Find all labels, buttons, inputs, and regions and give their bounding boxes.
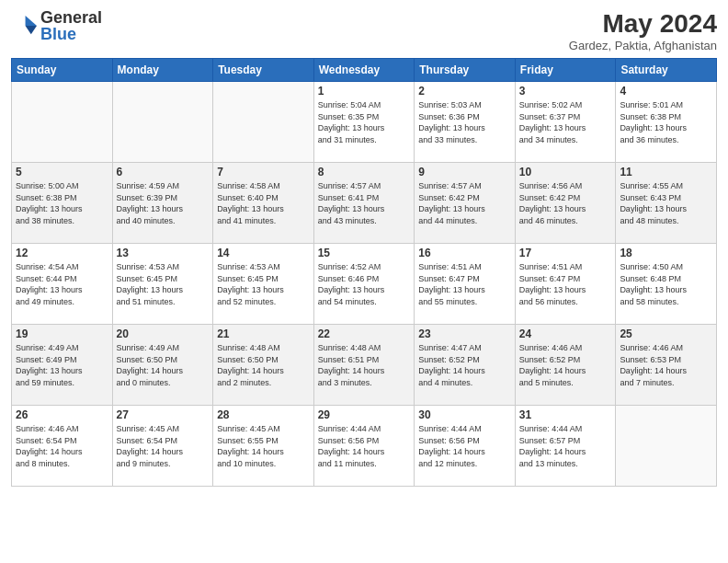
calendar-cell: 10Sunrise: 4:56 AM Sunset: 6:42 PM Dayli… <box>515 163 616 244</box>
day-number: 14 <box>217 247 310 259</box>
day-info: Sunrise: 4:51 AM Sunset: 6:47 PM Dayligh… <box>519 261 612 307</box>
day-number: 17 <box>519 247 612 259</box>
location: Gardez, Paktia, Afghanistan <box>569 39 717 52</box>
calendar-cell <box>112 82 213 163</box>
day-number: 24 <box>519 327 612 340</box>
day-number: 21 <box>217 327 310 340</box>
calendar-cell: 16Sunrise: 4:51 AM Sunset: 6:47 PM Dayli… <box>415 244 516 325</box>
logo-blue: Blue <box>40 26 102 42</box>
day-number: 11 <box>620 166 712 178</box>
day-info: Sunrise: 4:48 AM Sunset: 6:50 PM Dayligh… <box>217 342 310 388</box>
calendar-cell: 31Sunrise: 4:44 AM Sunset: 6:57 PM Dayli… <box>515 406 616 487</box>
weekday-header-thursday: Thursday <box>415 59 516 82</box>
calendar-cell: 18Sunrise: 4:50 AM Sunset: 6:48 PM Dayli… <box>616 244 717 325</box>
day-number: 8 <box>318 166 411 178</box>
month-year: May 2024 <box>569 9 717 39</box>
day-number: 26 <box>16 408 108 421</box>
day-info: Sunrise: 5:02 AM Sunset: 6:37 PM Dayligh… <box>519 99 612 145</box>
calendar-cell: 26Sunrise: 4:46 AM Sunset: 6:54 PM Dayli… <box>12 406 113 487</box>
title-block: May 2024 Gardez, Paktia, Afghanistan <box>569 9 717 52</box>
day-info: Sunrise: 5:03 AM Sunset: 6:36 PM Dayligh… <box>418 99 511 145</box>
calendar-cell: 29Sunrise: 4:44 AM Sunset: 6:56 PM Dayli… <box>313 406 415 487</box>
day-number: 7 <box>217 166 310 178</box>
day-info: Sunrise: 4:56 AM Sunset: 6:42 PM Dayligh… <box>519 180 612 226</box>
calendar-cell: 9Sunrise: 4:57 AM Sunset: 6:42 PM Daylig… <box>415 163 516 244</box>
day-info: Sunrise: 4:45 AM Sunset: 6:54 PM Dayligh… <box>117 423 210 469</box>
week-row-1: 1Sunrise: 5:04 AM Sunset: 6:35 PM Daylig… <box>12 82 717 163</box>
weekday-header-sunday: Sunday <box>12 59 113 82</box>
week-row-2: 5Sunrise: 5:00 AM Sunset: 6:38 PM Daylig… <box>12 163 717 244</box>
calendar-cell: 3Sunrise: 5:02 AM Sunset: 6:37 PM Daylig… <box>515 82 616 163</box>
day-info: Sunrise: 4:58 AM Sunset: 6:40 PM Dayligh… <box>217 180 310 226</box>
calendar-cell: 5Sunrise: 5:00 AM Sunset: 6:38 PM Daylig… <box>12 163 113 244</box>
svg-marker-0 <box>26 16 37 26</box>
calendar-cell: 11Sunrise: 4:55 AM Sunset: 6:43 PM Dayli… <box>616 163 717 244</box>
calendar-cell: 21Sunrise: 4:48 AM Sunset: 6:50 PM Dayli… <box>213 325 314 406</box>
calendar-cell: 23Sunrise: 4:47 AM Sunset: 6:52 PM Dayli… <box>415 325 516 406</box>
logo-general: General <box>40 9 102 26</box>
day-number: 13 <box>117 247 210 259</box>
day-number: 25 <box>620 327 712 340</box>
day-number: 1 <box>318 85 411 98</box>
calendar-cell <box>213 82 314 163</box>
calendar-cell: 15Sunrise: 4:52 AM Sunset: 6:46 PM Dayli… <box>313 244 415 325</box>
logo-text: General Blue <box>40 9 102 42</box>
day-number: 18 <box>620 247 712 259</box>
calendar-cell: 7Sunrise: 4:58 AM Sunset: 6:40 PM Daylig… <box>213 163 314 244</box>
calendar-cell: 8Sunrise: 4:57 AM Sunset: 6:41 PM Daylig… <box>313 163 415 244</box>
day-number: 19 <box>16 327 108 340</box>
day-info: Sunrise: 4:44 AM Sunset: 6:56 PM Dayligh… <box>318 423 411 469</box>
day-number: 5 <box>16 166 108 178</box>
day-number: 15 <box>318 247 411 259</box>
calendar-cell: 20Sunrise: 4:49 AM Sunset: 6:50 PM Dayli… <box>112 325 213 406</box>
calendar-cell: 12Sunrise: 4:54 AM Sunset: 6:44 PM Dayli… <box>12 244 113 325</box>
day-info: Sunrise: 4:51 AM Sunset: 6:47 PM Dayligh… <box>418 261 511 307</box>
week-row-5: 26Sunrise: 4:46 AM Sunset: 6:54 PM Dayli… <box>12 406 717 487</box>
day-info: Sunrise: 4:48 AM Sunset: 6:51 PM Dayligh… <box>318 342 411 388</box>
day-info: Sunrise: 5:04 AM Sunset: 6:35 PM Dayligh… <box>318 99 411 145</box>
calendar-cell: 6Sunrise: 4:59 AM Sunset: 6:39 PM Daylig… <box>112 163 213 244</box>
calendar-cell: 2Sunrise: 5:03 AM Sunset: 6:36 PM Daylig… <box>415 82 516 163</box>
day-info: Sunrise: 4:57 AM Sunset: 6:42 PM Dayligh… <box>418 180 511 226</box>
calendar-cell: 27Sunrise: 4:45 AM Sunset: 6:54 PM Dayli… <box>112 406 213 487</box>
svg-marker-1 <box>26 26 37 34</box>
weekday-header-saturday: Saturday <box>616 59 717 82</box>
calendar-cell: 17Sunrise: 4:51 AM Sunset: 6:47 PM Dayli… <box>515 244 616 325</box>
day-number: 2 <box>418 85 511 98</box>
day-number: 9 <box>418 166 511 178</box>
day-info: Sunrise: 4:57 AM Sunset: 6:41 PM Dayligh… <box>318 180 411 226</box>
day-number: 30 <box>418 408 511 421</box>
day-number: 6 <box>117 166 210 178</box>
calendar-page: General Blue May 2024 Gardez, Paktia, Af… <box>0 0 728 563</box>
calendar-cell: 30Sunrise: 4:44 AM Sunset: 6:56 PM Dayli… <box>415 406 516 487</box>
day-info: Sunrise: 4:44 AM Sunset: 6:57 PM Dayligh… <box>519 423 612 469</box>
weekday-header-wednesday: Wednesday <box>313 59 415 82</box>
calendar-cell: 1Sunrise: 5:04 AM Sunset: 6:35 PM Daylig… <box>313 82 415 163</box>
calendar-cell: 24Sunrise: 4:46 AM Sunset: 6:52 PM Dayli… <box>515 325 616 406</box>
day-info: Sunrise: 4:49 AM Sunset: 6:49 PM Dayligh… <box>16 342 108 388</box>
logo: General Blue <box>11 9 102 42</box>
day-info: Sunrise: 4:53 AM Sunset: 6:45 PM Dayligh… <box>117 261 210 307</box>
day-number: 31 <box>519 408 612 421</box>
day-info: Sunrise: 4:45 AM Sunset: 6:55 PM Dayligh… <box>217 423 310 469</box>
calendar-cell: 22Sunrise: 4:48 AM Sunset: 6:51 PM Dayli… <box>313 325 415 406</box>
day-number: 28 <box>217 408 310 421</box>
day-number: 16 <box>418 247 511 259</box>
day-number: 3 <box>519 85 612 98</box>
calendar-table: SundayMondayTuesdayWednesdayThursdayFrid… <box>11 58 717 487</box>
day-number: 12 <box>16 247 108 259</box>
day-info: Sunrise: 4:52 AM Sunset: 6:46 PM Dayligh… <box>318 261 411 307</box>
calendar-cell: 19Sunrise: 4:49 AM Sunset: 6:49 PM Dayli… <box>12 325 113 406</box>
weekday-header-monday: Monday <box>112 59 213 82</box>
logo-icon <box>11 13 37 39</box>
calendar-cell: 28Sunrise: 4:45 AM Sunset: 6:55 PM Dayli… <box>213 406 314 487</box>
weekday-header-row: SundayMondayTuesdayWednesdayThursdayFrid… <box>12 59 717 82</box>
day-info: Sunrise: 4:53 AM Sunset: 6:45 PM Dayligh… <box>217 261 310 307</box>
day-number: 20 <box>117 327 210 340</box>
day-number: 29 <box>318 408 411 421</box>
week-row-4: 19Sunrise: 4:49 AM Sunset: 6:49 PM Dayli… <box>12 325 717 406</box>
day-number: 27 <box>117 408 210 421</box>
day-info: Sunrise: 4:44 AM Sunset: 6:56 PM Dayligh… <box>418 423 511 469</box>
calendar-cell: 14Sunrise: 4:53 AM Sunset: 6:45 PM Dayli… <box>213 244 314 325</box>
header: General Blue May 2024 Gardez, Paktia, Af… <box>11 9 717 52</box>
